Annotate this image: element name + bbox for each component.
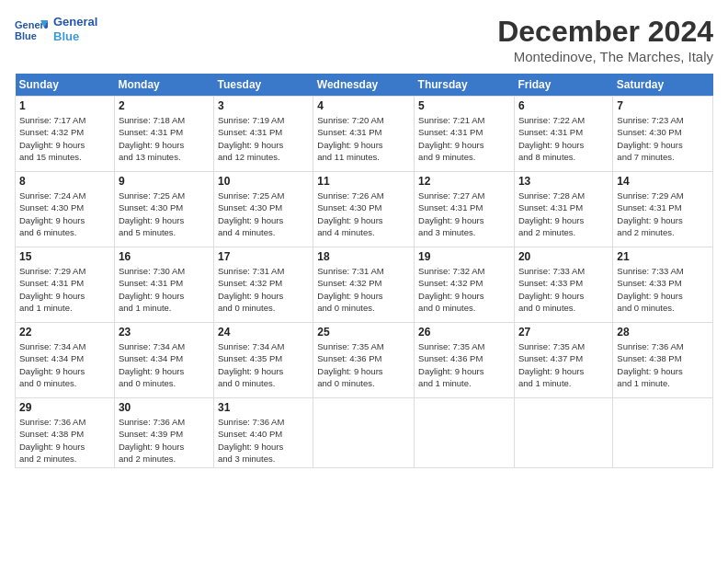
calendar-cell: 9Sunrise: 7:25 AM Sunset: 4:30 PM Daylig… [114, 172, 213, 247]
day-info: Sunrise: 7:19 AM Sunset: 4:31 PM Dayligh… [218, 114, 309, 163]
header-tuesday: Tuesday [214, 74, 313, 97]
day-info: Sunrise: 7:23 AM Sunset: 4:30 PM Dayligh… [617, 114, 709, 163]
day-info: Sunrise: 7:29 AM Sunset: 4:31 PM Dayligh… [19, 265, 110, 314]
day-info: Sunrise: 7:33 AM Sunset: 4:33 PM Dayligh… [518, 265, 609, 314]
day-number: 29 [19, 401, 110, 414]
day-number: 3 [218, 99, 309, 112]
calendar-cell: 22Sunrise: 7:34 AM Sunset: 4:34 PM Dayli… [16, 323, 115, 398]
title-block: December 2024 Montedinove, The Marches, … [497, 15, 713, 64]
day-number: 2 [119, 99, 210, 112]
calendar-cell: 29Sunrise: 7:36 AM Sunset: 4:38 PM Dayli… [16, 398, 115, 468]
day-info: Sunrise: 7:34 AM Sunset: 4:34 PM Dayligh… [19, 340, 110, 389]
day-info: Sunrise: 7:26 AM Sunset: 4:30 PM Dayligh… [317, 190, 410, 238]
day-info: Sunrise: 7:21 AM Sunset: 4:31 PM Dayligh… [418, 114, 510, 163]
day-number: 12 [418, 175, 510, 188]
calendar-cell: 11Sunrise: 7:26 AM Sunset: 4:30 PM Dayli… [313, 172, 415, 247]
day-number: 11 [317, 175, 410, 188]
day-number: 8 [19, 175, 110, 188]
calendar-cell: 19Sunrise: 7:32 AM Sunset: 4:32 PM Dayli… [415, 247, 515, 323]
calendar-week-4: 22Sunrise: 7:34 AM Sunset: 4:34 PM Dayli… [16, 323, 713, 398]
day-number: 5 [418, 99, 510, 112]
day-info: Sunrise: 7:27 AM Sunset: 4:31 PM Dayligh… [418, 190, 510, 238]
day-info: Sunrise: 7:25 AM Sunset: 4:30 PM Dayligh… [218, 190, 309, 238]
day-number: 25 [317, 326, 410, 339]
header-friday: Friday [514, 74, 612, 97]
day-number: 30 [119, 401, 210, 414]
day-info: Sunrise: 7:32 AM Sunset: 4:32 PM Dayligh… [418, 265, 510, 314]
day-number: 18 [317, 250, 410, 263]
header-sunday: Sunday [16, 74, 115, 97]
day-number: 26 [418, 326, 510, 339]
day-info: Sunrise: 7:25 AM Sunset: 4:30 PM Dayligh… [119, 190, 210, 238]
page-container: General Blue General Blue December 2024 … [0, 0, 728, 476]
logo-icon: General Blue [15, 17, 48, 42]
day-info: Sunrise: 7:20 AM Sunset: 4:31 PM Dayligh… [317, 114, 410, 163]
day-info: Sunrise: 7:29 AM Sunset: 4:31 PM Dayligh… [617, 190, 709, 238]
calendar-header-row: Sunday Monday Tuesday Wednesday Thursday… [16, 74, 713, 97]
calendar-cell: 16Sunrise: 7:30 AM Sunset: 4:31 PM Dayli… [114, 247, 213, 323]
calendar-week-1: 1Sunrise: 7:17 AM Sunset: 4:32 PM Daylig… [16, 97, 713, 172]
day-number: 22 [19, 326, 110, 339]
day-info: Sunrise: 7:36 AM Sunset: 4:40 PM Dayligh… [218, 416, 309, 465]
calendar-cell: 25Sunrise: 7:35 AM Sunset: 4:36 PM Dayli… [313, 323, 415, 398]
calendar-cell: 1Sunrise: 7:17 AM Sunset: 4:32 PM Daylig… [16, 97, 115, 172]
day-info: Sunrise: 7:30 AM Sunset: 4:31 PM Dayligh… [119, 265, 210, 314]
day-info: Sunrise: 7:35 AM Sunset: 4:36 PM Dayligh… [418, 340, 510, 389]
calendar-cell: 3Sunrise: 7:19 AM Sunset: 4:31 PM Daylig… [214, 97, 313, 172]
calendar-cell: 12Sunrise: 7:27 AM Sunset: 4:31 PM Dayli… [415, 172, 515, 247]
day-number: 13 [518, 175, 609, 188]
day-number: 14 [617, 175, 709, 188]
header-wednesday: Wednesday [313, 74, 415, 97]
calendar-cell: 28Sunrise: 7:36 AM Sunset: 4:38 PM Dayli… [613, 323, 713, 398]
day-info: Sunrise: 7:31 AM Sunset: 4:32 PM Dayligh… [317, 265, 410, 314]
day-info: Sunrise: 7:28 AM Sunset: 4:31 PM Dayligh… [518, 190, 609, 238]
location-title: Montedinove, The Marches, Italy [497, 49, 713, 64]
day-number: 24 [218, 326, 309, 339]
day-number: 9 [119, 175, 210, 188]
day-number: 31 [218, 401, 309, 414]
day-info: Sunrise: 7:31 AM Sunset: 4:32 PM Dayligh… [218, 265, 309, 314]
calendar-cell: 21Sunrise: 7:33 AM Sunset: 4:33 PM Dayli… [613, 247, 713, 323]
day-number: 21 [617, 250, 709, 263]
calendar-cell: 26Sunrise: 7:35 AM Sunset: 4:36 PM Dayli… [415, 323, 515, 398]
calendar-cell: 31Sunrise: 7:36 AM Sunset: 4:40 PM Dayli… [214, 398, 313, 468]
calendar-cell [514, 398, 612, 468]
calendar-cell: 27Sunrise: 7:35 AM Sunset: 4:37 PM Dayli… [514, 323, 612, 398]
day-number: 10 [218, 175, 309, 188]
header-thursday: Thursday [415, 74, 515, 97]
header-monday: Monday [114, 74, 213, 97]
calendar-cell: 23Sunrise: 7:34 AM Sunset: 4:34 PM Dayli… [114, 323, 213, 398]
day-number: 4 [317, 99, 410, 112]
calendar-cell [613, 398, 713, 468]
calendar-cell: 30Sunrise: 7:36 AM Sunset: 4:39 PM Dayli… [114, 398, 213, 468]
calendar-week-3: 15Sunrise: 7:29 AM Sunset: 4:31 PM Dayli… [16, 247, 713, 323]
day-info: Sunrise: 7:34 AM Sunset: 4:34 PM Dayligh… [119, 340, 210, 389]
logo-line2: Blue [53, 29, 97, 44]
day-number: 1 [19, 99, 110, 112]
day-info: Sunrise: 7:36 AM Sunset: 4:38 PM Dayligh… [19, 416, 110, 465]
calendar-cell: 6Sunrise: 7:22 AM Sunset: 4:31 PM Daylig… [514, 97, 612, 172]
day-number: 15 [19, 250, 110, 263]
month-title: December 2024 [497, 15, 713, 49]
calendar-cell: 18Sunrise: 7:31 AM Sunset: 4:32 PM Dayli… [313, 247, 415, 323]
calendar-cell: 14Sunrise: 7:29 AM Sunset: 4:31 PM Dayli… [613, 172, 713, 247]
day-info: Sunrise: 7:18 AM Sunset: 4:31 PM Dayligh… [119, 114, 210, 163]
svg-text:Blue: Blue [15, 30, 37, 41]
calendar-cell: 10Sunrise: 7:25 AM Sunset: 4:30 PM Dayli… [214, 172, 313, 247]
calendar-cell: 20Sunrise: 7:33 AM Sunset: 4:33 PM Dayli… [514, 247, 612, 323]
calendar-cell [415, 398, 515, 468]
day-number: 17 [218, 250, 309, 263]
day-info: Sunrise: 7:24 AM Sunset: 4:30 PM Dayligh… [19, 190, 110, 238]
calendar-cell: 2Sunrise: 7:18 AM Sunset: 4:31 PM Daylig… [114, 97, 213, 172]
header-saturday: Saturday [613, 74, 713, 97]
day-info: Sunrise: 7:17 AM Sunset: 4:32 PM Dayligh… [19, 114, 110, 163]
day-info: Sunrise: 7:35 AM Sunset: 4:36 PM Dayligh… [317, 340, 410, 389]
calendar-cell: 8Sunrise: 7:24 AM Sunset: 4:30 PM Daylig… [16, 172, 115, 247]
calendar-cell: 5Sunrise: 7:21 AM Sunset: 4:31 PM Daylig… [415, 97, 515, 172]
day-info: Sunrise: 7:36 AM Sunset: 4:39 PM Dayligh… [119, 416, 210, 465]
day-info: Sunrise: 7:34 AM Sunset: 4:35 PM Dayligh… [218, 340, 309, 389]
logo-line1: General [53, 15, 97, 29]
logo: General Blue General Blue [15, 15, 97, 43]
day-number: 27 [518, 326, 609, 339]
day-number: 6 [518, 99, 609, 112]
